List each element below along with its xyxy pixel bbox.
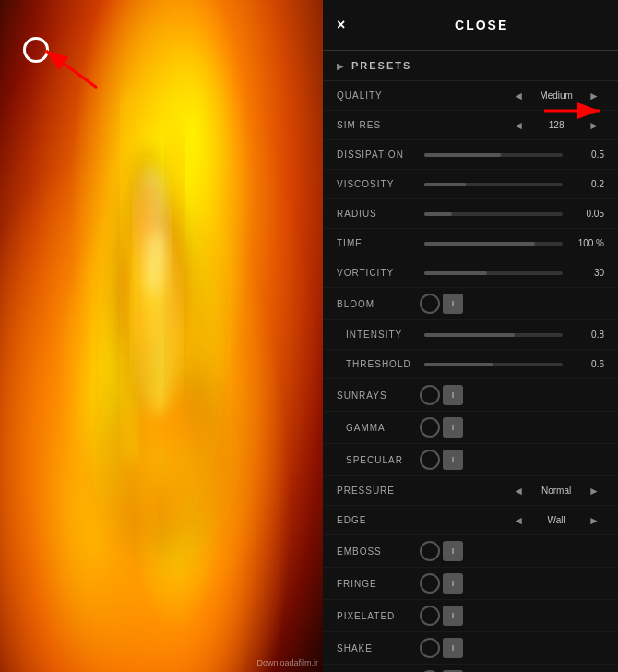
edge-prev-btn[interactable]: ◄ bbox=[508, 512, 529, 529]
presets-expand-icon: ▶ bbox=[337, 61, 344, 71]
control-row-emboss: EMBOSSI bbox=[323, 535, 618, 568]
label-emboss: EMBOSS bbox=[337, 546, 420, 557]
pressure-next-btn[interactable]: ► bbox=[584, 483, 604, 499]
value-vorticity: 30 bbox=[567, 268, 604, 278]
toggle-off-fringe[interactable] bbox=[420, 573, 440, 594]
toggle-off-specular[interactable] bbox=[420, 450, 440, 470]
label-viscosity: VISCOSITY bbox=[337, 179, 420, 189]
control-row-pixelated: PIXELATEDI bbox=[323, 600, 618, 632]
svg-line-6 bbox=[46, 51, 97, 88]
pressure-value: Normal bbox=[533, 486, 579, 496]
toggle-off-bloom[interactable] bbox=[420, 294, 440, 314]
toggle-group-shake: I bbox=[420, 638, 463, 658]
toggle-on-pixelated[interactable]: I bbox=[443, 606, 463, 626]
toggle-off-sunrays[interactable] bbox=[420, 385, 440, 405]
value-time: 100 % bbox=[567, 238, 604, 248]
slider-fill-vorticity bbox=[424, 271, 487, 275]
edge-next-btn[interactable]: ► bbox=[584, 512, 604, 529]
edge-value: Wall bbox=[533, 515, 579, 525]
control-row-gamma: GAMMAI bbox=[323, 412, 618, 444]
label-gamma: GAMMA bbox=[337, 423, 420, 433]
control-row-threshold: THRESHOLD0.6 bbox=[323, 350, 618, 379]
selector-pressure[interactable]: ◄Normal► bbox=[420, 483, 604, 499]
control-row-sunrays: SUNRAYSI bbox=[323, 379, 618, 412]
label-edge: EDGE bbox=[337, 515, 420, 525]
presets-label: PRESETS bbox=[351, 60, 411, 71]
slider-fill-threshold bbox=[424, 363, 493, 366]
toggle-on-fringe[interactable]: I bbox=[443, 573, 463, 594]
control-row-specular: SPECULARI bbox=[323, 444, 618, 476]
pressure-prev-btn[interactable]: ◄ bbox=[508, 483, 529, 499]
control-row-edge: EDGE◄Wall► bbox=[323, 506, 618, 535]
toggle-off-shake[interactable] bbox=[420, 638, 440, 658]
slider-fill-radius bbox=[424, 212, 452, 216]
value-dissipation: 0.5 bbox=[567, 150, 604, 160]
flame-preview: Downloadafilm.ir bbox=[0, 0, 323, 672]
label-pressure: PRESSURE bbox=[337, 486, 420, 496]
slider-time[interactable] bbox=[424, 242, 563, 246]
label-fringe: FRINGE bbox=[337, 579, 420, 589]
slider-fill-viscosity bbox=[424, 183, 466, 186]
control-row-shake: SHAKEI bbox=[323, 632, 618, 665]
toggle-group-emboss: I bbox=[420, 541, 463, 561]
value-threshold: 0.6 bbox=[567, 359, 604, 369]
toggle-group-sunrays: I bbox=[420, 385, 463, 405]
controls-container: QUALITY◄Medium►SIM RES◄128►DISSIPATION0.… bbox=[323, 81, 618, 672]
toggle-on-specular[interactable]: I bbox=[443, 450, 463, 470]
label-shake: SHAKE bbox=[337, 643, 420, 654]
label-quality: QUALITY bbox=[337, 90, 420, 101]
label-pixelated: PIXELATED bbox=[337, 611, 420, 621]
slider-viscosity[interactable] bbox=[424, 183, 563, 186]
toggle-group-bloom: I bbox=[420, 294, 463, 314]
toggle-on-bloom[interactable]: I bbox=[443, 294, 463, 314]
label-threshold: THRESHOLD bbox=[337, 359, 420, 369]
slider-radius[interactable] bbox=[424, 212, 563, 216]
toggle-on-shake[interactable]: I bbox=[443, 638, 463, 658]
arrow-annotation-right bbox=[540, 88, 613, 134]
slider-threshold[interactable] bbox=[424, 363, 563, 366]
slider-intensity[interactable] bbox=[424, 333, 563, 337]
control-row-flare: FLAREI bbox=[323, 665, 618, 672]
toggle-on-emboss[interactable]: I bbox=[443, 541, 463, 561]
label-radius: RADIUS bbox=[337, 209, 420, 219]
label-vorticity: VORTICITY bbox=[337, 268, 420, 278]
selector-edge[interactable]: ◄Wall► bbox=[420, 512, 604, 529]
control-row-fringe: FRINGEI bbox=[323, 568, 618, 600]
toggle-group-gamma: I bbox=[420, 417, 463, 438]
label-specular: SPECULAR bbox=[337, 455, 420, 465]
value-intensity: 0.8 bbox=[567, 330, 604, 340]
panel-title: CLOSE bbox=[359, 18, 604, 32]
close-button[interactable]: × bbox=[337, 17, 345, 33]
label-time: TIME bbox=[337, 238, 420, 248]
label-bloom: BLOOM bbox=[337, 299, 420, 309]
toggle-on-sunrays[interactable]: I bbox=[443, 385, 463, 405]
arrow-annotation-left bbox=[32, 42, 106, 97]
label-dissipation: DISSIPATION bbox=[337, 150, 420, 160]
toggle-group-fringe: I bbox=[420, 573, 463, 594]
label-sunrays: SUNRAYS bbox=[337, 390, 420, 401]
control-row-vorticity: VORTICITY30 bbox=[323, 258, 618, 288]
slider-dissipation[interactable] bbox=[424, 153, 563, 157]
right-panel-wrapper: × CLOSE ▶ PRESETS QUALITY◄Medium►SIM RES… bbox=[323, 0, 618, 672]
slider-fill-time bbox=[424, 242, 535, 246]
slider-vorticity[interactable] bbox=[424, 271, 563, 275]
toggle-group-pixelated: I bbox=[420, 606, 463, 626]
toggle-off-pixelated[interactable] bbox=[420, 606, 440, 626]
value-radius: 0.05 bbox=[567, 209, 604, 219]
toggle-off-gamma[interactable] bbox=[420, 417, 440, 438]
slider-fill-intensity bbox=[424, 333, 515, 337]
toggle-on-gamma[interactable]: I bbox=[443, 417, 463, 438]
control-row-time: TIME100 % bbox=[323, 229, 618, 258]
flame-svg bbox=[0, 0, 323, 672]
label-sim_res: SIM RES bbox=[337, 120, 420, 130]
value-viscosity: 0.2 bbox=[567, 179, 604, 189]
toggle-group-specular: I bbox=[420, 450, 463, 470]
presets-row[interactable]: ▶ PRESETS bbox=[323, 51, 618, 81]
control-row-radius: RADIUS0.05 bbox=[323, 199, 618, 229]
quality-prev-btn[interactable]: ◄ bbox=[508, 88, 529, 104]
watermark: Downloadafilm.ir bbox=[256, 658, 318, 667]
toggle-off-emboss[interactable] bbox=[420, 541, 440, 561]
control-row-intensity: INTENSITY0.8 bbox=[323, 320, 618, 350]
control-row-bloom: BLOOMI bbox=[323, 288, 618, 320]
sim_res-prev-btn[interactable]: ◄ bbox=[508, 117, 529, 134]
